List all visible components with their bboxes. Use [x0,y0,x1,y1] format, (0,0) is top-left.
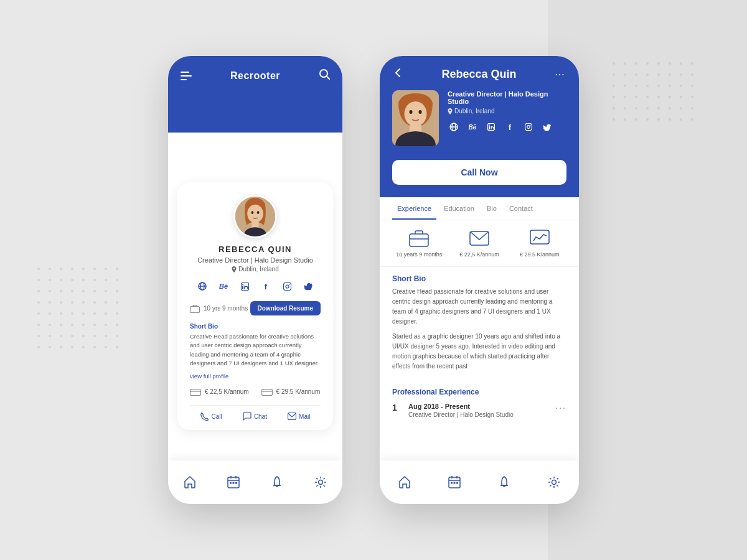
svg-point-34 [419,110,422,114]
more-options-icon[interactable]: ⋯ [555,68,566,80]
phones-container: Recrooter [168,56,579,504]
phone-2: Rebecca Quin ⋯ [380,56,579,504]
salary-min: € 22,5 K/annum [190,387,249,396]
profile-card: REBECCA QUIN Creative Director | Halo De… [177,182,333,430]
profile-job-p2: Creative Director | Halo Design Studio [448,90,566,105]
svg-rect-54 [456,482,458,484]
short-bio-section: Short Bio Creative Head passionate for c… [190,323,321,368]
briefcase-icon [408,229,430,248]
profile-body: Short Bio Creative Head passionate for c… [380,267,579,426]
stat-salary-max: € 29.5 K/annum [512,229,566,258]
envelope-icon [468,229,491,248]
svg-rect-5 [252,222,259,227]
behance-icon[interactable]: Bē [216,279,231,294]
phone-1-header: Recrooter [168,56,342,133]
salary-min-label: € 22,5 K/annum [459,251,499,258]
back-button[interactable] [392,67,403,82]
resume-row: 10 yrs 9 months Download Resume [190,301,321,315]
svg-point-15 [286,285,289,288]
profile-name: REBECCA QUIN [190,245,321,254]
p2-short-bio-title: Short Bio [392,274,566,283]
svg-point-40 [489,124,490,126]
tab-education[interactable]: Education [439,205,479,220]
nav-home[interactable] [183,475,197,489]
chat-button[interactable]: Chat [243,412,267,421]
nav-bell[interactable] [270,475,284,489]
exp-more-options[interactable]: ··· [555,403,566,413]
svg-rect-44 [410,234,428,246]
nav-bell-p2[interactable] [497,475,511,489]
p2-twitter-icon[interactable] [541,121,553,133]
profile-location: Dublin, Ireland [190,266,321,273]
nav-calendar[interactable] [227,475,240,489]
menu-icon[interactable] [181,72,192,80]
stat-salary-min: € 22,5 K/annum [453,229,507,258]
svg-rect-26 [233,482,235,484]
svg-rect-19 [261,390,272,396]
app-title: Recrooter [230,70,280,82]
phone-2-header: Rebecca Quin ⋯ [380,56,579,197]
short-bio-label: Short Bio [190,323,321,330]
svg-point-6 [251,211,254,214]
svg-rect-14 [283,282,291,290]
svg-point-16 [288,284,289,284]
svg-rect-27 [235,482,237,484]
p2-globe-icon[interactable] [448,121,460,133]
search-icon[interactable] [319,68,330,83]
globe-icon[interactable] [195,279,210,294]
tab-bio[interactable]: Bio [482,205,502,220]
experience-label: 10 years 9 months [396,251,442,258]
svg-point-42 [527,126,530,129]
chart-icon [529,229,551,248]
linkedin-icon[interactable] [237,279,252,294]
svg-point-4 [247,205,263,223]
call-now-button[interactable]: Call Now [392,160,566,185]
salary-row: € 22,5 K/annum € 29.5 K/annum [190,387,321,396]
experience-item-1: 1 Aug 2018 - Present Creative Director |… [392,403,566,418]
svg-point-7 [257,211,260,214]
exp-date: Aug 2018 - Present [408,403,549,410]
experience-badge: 10 yrs 9 months [190,304,248,313]
tab-contact[interactable]: Contact [504,205,538,220]
bottom-nav-1 [168,460,342,504]
p2-behance-icon[interactable]: Bē [466,121,479,133]
social-icons-p2: Bē f [448,121,566,133]
salary-max: € 29.5 K/annum [261,387,321,396]
nav-settings[interactable] [314,475,327,489]
nav-calendar-p2[interactable] [448,475,461,489]
svg-rect-41 [525,124,532,131]
nav-settings-p2[interactable] [547,475,561,489]
p2-bio-extended: Started as a graphic designer 10 years a… [392,332,566,371]
short-bio-text: Creative Head passionate for creative so… [190,332,321,368]
tab-experience[interactable]: Experience [392,205,436,220]
svg-rect-18 [190,390,201,396]
call-button[interactable]: Call [200,412,222,421]
p2-instagram-icon[interactable] [522,121,535,133]
svg-rect-25 [230,482,232,484]
svg-point-43 [530,125,530,126]
social-icons-row: Bē f [190,279,321,294]
phone-1: Recrooter [168,56,342,504]
instagram-icon[interactable] [280,279,294,294]
professional-exp-title: Professional Experience [392,388,566,396]
p2-linkedin-icon[interactable] [485,121,497,133]
stats-row: 10 years 9 months € 22,5 K/annum [380,220,579,267]
svg-rect-47 [530,230,549,244]
facebook-icon[interactable]: f [258,279,273,294]
mail-button[interactable]: Mail [288,412,310,421]
svg-line-1 [326,77,329,80]
bottom-nav-2 [380,460,579,504]
nav-home-p2[interactable] [398,475,411,489]
profile-title: Creative Director | Halo Design Studio [190,256,321,264]
p2-facebook-icon[interactable]: f [504,121,516,133]
download-resume-button[interactable]: Download Resume [250,301,321,315]
svg-rect-17 [190,306,200,312]
exp-role: Creative Director | Halo Design Studio [408,411,549,418]
view-full-profile-link[interactable]: view full profile [190,373,321,380]
twitter-icon[interactable] [301,279,316,294]
avatar [233,195,277,238]
profile-location-p2: Dublin, Ireland [448,108,566,114]
svg-point-31 [405,101,427,126]
avatar-p2 [392,90,439,146]
svg-rect-39 [489,126,490,129]
